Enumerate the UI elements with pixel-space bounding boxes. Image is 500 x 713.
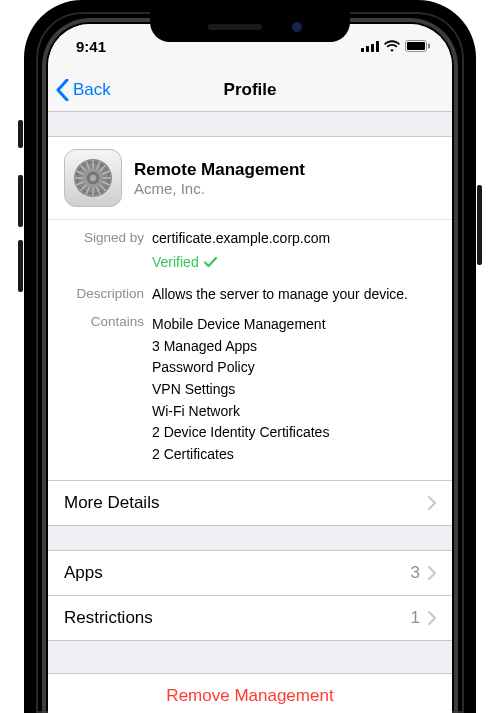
restrictions-label: Restrictions <box>64 608 153 628</box>
description-value: Allows the server to manage your device. <box>152 286 436 302</box>
contains-item: Mobile Device Management <box>152 314 436 336</box>
contains-item: VPN Settings <box>152 379 436 401</box>
checkmark-icon <box>204 257 217 268</box>
profile-org: Acme, Inc. <box>134 180 305 197</box>
svg-rect-3 <box>376 41 379 52</box>
svg-rect-1 <box>366 46 369 52</box>
back-label: Back <box>73 80 111 100</box>
nav-bar: Back Profile <box>48 68 452 112</box>
more-details-cell[interactable]: More Details <box>48 480 452 526</box>
contains-item: 3 Managed Apps <box>152 336 436 358</box>
volume-up-button <box>18 175 23 227</box>
svg-point-19 <box>90 175 96 181</box>
chevron-right-icon <box>428 611 436 625</box>
profile-title: Remote Management <box>134 160 305 180</box>
status-time: 9:41 <box>76 38 106 55</box>
apps-count: 3 <box>411 563 420 583</box>
chevron-right-icon <box>428 566 436 580</box>
svg-rect-2 <box>371 44 374 52</box>
verified-badge: Verified <box>152 254 217 270</box>
signed-by-row: Signed by certificate.example.corp.com <box>48 219 452 252</box>
signed-by-value: certificate.example.corp.com <box>152 230 436 246</box>
side-switch <box>18 120 23 148</box>
wifi-icon <box>384 40 400 52</box>
contains-item: 2 Device Identity Certificates <box>152 422 436 444</box>
verified-label: Verified <box>152 254 199 270</box>
phone-frame: 9:41 Back Profile <box>24 0 476 713</box>
chevron-right-icon <box>428 496 436 510</box>
remove-label: Remove Management <box>166 686 333 705</box>
chevron-left-icon <box>56 79 69 101</box>
verified-row: Verified <box>48 252 452 280</box>
more-details-label: More Details <box>64 493 159 513</box>
settings-gear-icon <box>64 149 122 207</box>
svg-rect-0 <box>361 48 364 52</box>
signed-by-label: Signed by <box>64 230 152 245</box>
contains-row: Contains Mobile Device Management3 Manag… <box>48 308 452 480</box>
cellular-icon <box>361 41 379 52</box>
screen: 9:41 Back Profile <box>48 24 452 713</box>
contains-item: Wi-Fi Network <box>152 401 436 423</box>
apps-cell[interactable]: Apps 3 <box>48 550 452 595</box>
contains-label: Contains <box>64 314 152 329</box>
apps-label: Apps <box>64 563 103 583</box>
battery-icon <box>405 40 430 52</box>
restrictions-cell[interactable]: Restrictions 1 <box>48 595 452 641</box>
profile-header: Remote Management Acme, Inc. <box>48 136 452 219</box>
svg-rect-5 <box>407 42 425 50</box>
restrictions-count: 1 <box>411 608 420 628</box>
profile-section: Remote Management Acme, Inc. Signed by c… <box>48 136 452 480</box>
power-button <box>477 185 482 265</box>
contains-item: 2 Certificates <box>152 444 436 466</box>
content: Remote Management Acme, Inc. Signed by c… <box>48 112 452 713</box>
svg-rect-6 <box>428 44 430 49</box>
description-row: Description Allows the server to manage … <box>48 280 452 308</box>
remove-management-button[interactable]: Remove Management <box>48 673 452 713</box>
contains-item: Password Policy <box>152 357 436 379</box>
notch <box>150 12 350 42</box>
description-label: Description <box>64 286 152 301</box>
volume-down-button <box>18 240 23 292</box>
back-button[interactable]: Back <box>48 79 111 101</box>
contains-list: Mobile Device Management3 Managed AppsPa… <box>152 314 436 466</box>
